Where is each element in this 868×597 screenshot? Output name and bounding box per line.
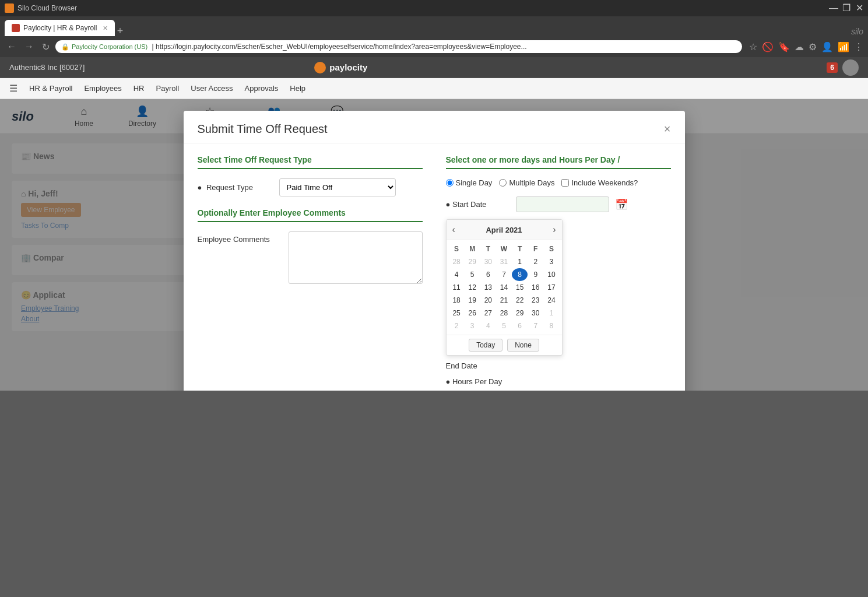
- cal-day-13[interactable]: 13: [480, 281, 496, 294]
- user-avatar[interactable]: [842, 59, 859, 76]
- start-date-row: ● Start Date 📅: [446, 196, 671, 212]
- multiple-days-radio[interactable]: [499, 179, 507, 187]
- cal-day-7[interactable]: 7: [496, 268, 512, 281]
- cal-day-5[interactable]: 5: [465, 268, 480, 281]
- multiple-days-option[interactable]: Multiple Days: [499, 178, 554, 187]
- request-type-label: ● Request Type: [198, 183, 279, 192]
- tab-favicon: [12, 24, 20, 32]
- cal-day-29-prev[interactable]: 29: [465, 255, 480, 268]
- cal-day-22[interactable]: 22: [512, 294, 528, 307]
- end-date-row: End Date: [446, 361, 671, 370]
- cal-day-29[interactable]: 29: [512, 307, 528, 319]
- address-input[interactable]: 🔒 Paylocity Corporation (US) | https://l…: [55, 40, 742, 53]
- cal-day-21[interactable]: 21: [496, 294, 512, 307]
- nav-help[interactable]: Help: [290, 84, 305, 93]
- cal-day-3-next[interactable]: 3: [465, 319, 480, 332]
- reload-button[interactable]: ↻: [40, 40, 52, 54]
- cal-day-11[interactable]: 11: [449, 281, 465, 294]
- cal-day-9[interactable]: 9: [528, 268, 543, 281]
- request-type-heading: Select Time Off Request Type: [198, 155, 423, 169]
- comments-row: Employee Comments: [198, 231, 423, 284]
- cal-day-23[interactable]: 23: [528, 294, 543, 307]
- cal-day-2[interactable]: 2: [528, 255, 543, 268]
- cal-day-6-next[interactable]: 6: [512, 319, 528, 332]
- nav-hr-payroll[interactable]: HR & Payroll: [29, 84, 72, 93]
- stats-icon[interactable]: 📶: [838, 41, 849, 52]
- cal-day-24[interactable]: 24: [543, 294, 559, 307]
- start-date-calendar-button[interactable]: 📅: [615, 198, 628, 211]
- cal-day-25[interactable]: 25: [449, 307, 465, 319]
- nav-hr[interactable]: HR: [133, 84, 145, 93]
- cal-day-31-prev[interactable]: 31: [496, 255, 512, 268]
- cal-day-19[interactable]: 19: [465, 294, 480, 307]
- window-title: Silo Cloud Browser: [17, 4, 77, 12]
- start-date-input[interactable]: [516, 196, 609, 212]
- include-weekends-checkbox[interactable]: [561, 179, 569, 187]
- cal-day-28[interactable]: 28: [496, 307, 512, 319]
- block-icon[interactable]: 🚫: [762, 41, 774, 52]
- submit-time-off-modal: Submit Time Off Request × Select Time Of…: [184, 111, 685, 391]
- forward-button[interactable]: →: [22, 40, 36, 53]
- extension-icon[interactable]: ⚙: [809, 41, 817, 52]
- employee-comments-textarea[interactable]: [289, 231, 423, 284]
- cal-day-27[interactable]: 27: [480, 307, 496, 319]
- none-button[interactable]: None: [507, 339, 539, 352]
- cal-day-2-next[interactable]: 2: [449, 319, 465, 332]
- close-button[interactable]: ✕: [855, 4, 863, 12]
- cal-day-28-prev[interactable]: 28: [449, 255, 465, 268]
- paylocity-logo-text: paylocity: [329, 62, 367, 72]
- hamburger-menu[interactable]: ☰: [9, 83, 17, 94]
- active-tab[interactable]: Paylocity | HR & Payroll ×: [5, 20, 115, 36]
- cal-day-16[interactable]: 16: [528, 281, 543, 294]
- cal-day-1[interactable]: 1: [512, 255, 528, 268]
- cal-day-26[interactable]: 26: [465, 307, 480, 319]
- star-icon[interactable]: ☆: [749, 41, 757, 52]
- cal-day-30-prev[interactable]: 30: [480, 255, 496, 268]
- cal-header-s1: S: [449, 243, 465, 255]
- date-selection-heading: Select one or more days and Hours Per Da…: [446, 155, 671, 169]
- cal-day-18[interactable]: 18: [449, 294, 465, 307]
- nav-user-access[interactable]: User Access: [191, 84, 233, 93]
- notification-badge[interactable]: 6: [827, 62, 838, 73]
- minimize-button[interactable]: —: [830, 4, 838, 12]
- single-day-option[interactable]: Single Day: [446, 178, 493, 187]
- request-type-row: ● Request Type Paid Time Off Sick Leave …: [198, 178, 423, 196]
- cal-day-6[interactable]: 6: [480, 268, 496, 281]
- today-button[interactable]: Today: [469, 339, 502, 352]
- cal-day-8-selected[interactable]: 8: [512, 268, 528, 281]
- back-button[interactable]: ←: [5, 40, 19, 53]
- cal-day-4[interactable]: 4: [449, 268, 465, 281]
- nav-approvals[interactable]: Approvals: [245, 84, 279, 93]
- modal-close-button[interactable]: ×: [664, 122, 671, 136]
- cal-day-15[interactable]: 15: [512, 281, 528, 294]
- cal-day-20[interactable]: 20: [480, 294, 496, 307]
- nav-employees[interactable]: Employees: [84, 84, 121, 93]
- cal-day-8-next[interactable]: 8: [543, 319, 559, 332]
- nav-payroll[interactable]: Payroll: [156, 84, 180, 93]
- cal-day-30[interactable]: 30: [528, 307, 543, 319]
- profile-icon[interactable]: 👤: [821, 41, 833, 52]
- include-weekends-option[interactable]: Include Weekends?: [561, 178, 638, 187]
- cal-day-5-next[interactable]: 5: [496, 319, 512, 332]
- cal-day-14[interactable]: 14: [496, 281, 512, 294]
- cal-day-10[interactable]: 10: [543, 268, 559, 281]
- cal-day-1-next[interactable]: 1: [543, 307, 559, 319]
- calendar-next-button[interactable]: ›: [553, 224, 556, 235]
- tab-close-button[interactable]: ×: [103, 23, 108, 33]
- sync-icon[interactable]: ☁: [795, 41, 804, 52]
- bookmark-icon[interactable]: 🔖: [778, 41, 790, 52]
- calendar-prev-button[interactable]: ‹: [452, 224, 455, 235]
- header-right: 6: [827, 59, 859, 76]
- cal-header-t1: T: [480, 243, 496, 255]
- cal-day-17[interactable]: 17: [543, 281, 559, 294]
- cal-day-4-next[interactable]: 4: [480, 319, 496, 332]
- cal-day-3[interactable]: 3: [543, 255, 559, 268]
- request-type-select[interactable]: Paid Time Off Sick Leave Unpaid Leave: [279, 178, 396, 196]
- calendar-day-headers: S M T W T F S: [449, 243, 560, 255]
- menu-icon[interactable]: ⋮: [854, 41, 863, 52]
- cal-day-7-next[interactable]: 7: [528, 319, 543, 332]
- single-day-radio[interactable]: [446, 179, 454, 187]
- cal-day-12[interactable]: 12: [465, 281, 480, 294]
- restore-button[interactable]: ❐: [842, 4, 851, 12]
- new-tab-button[interactable]: +: [117, 26, 124, 36]
